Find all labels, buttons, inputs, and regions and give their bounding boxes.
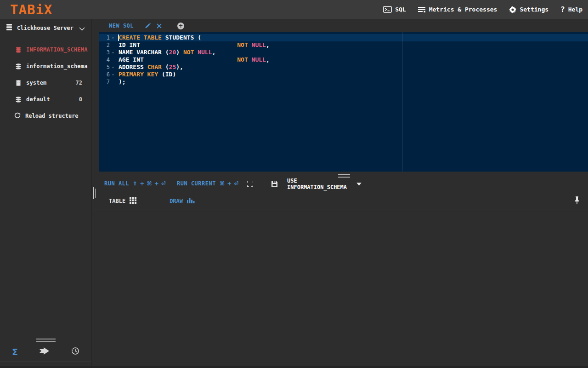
run-toolbar: RUN ALL ⇧ + ⌘ + ⏎ RUN CURRENT ⌘ + ⏎ USE …	[92, 172, 588, 193]
gear-icon	[509, 6, 516, 13]
line-number: 3	[99, 49, 110, 56]
draw-tab-label: DRAW	[170, 198, 183, 204]
table-tab-label: TABLE	[109, 198, 125, 204]
reload-structure-label: Reload structure	[25, 113, 79, 119]
tab-table[interactable]: TABLE	[109, 197, 136, 205]
code-line: 4 AGE INT NOT NULL,	[99, 56, 588, 63]
top-menu: SQL Metrics & Processes Settings ? Help	[383, 5, 588, 14]
code-text: ADDRESS CHAR (25),	[119, 63, 183, 71]
refresh-icon	[14, 112, 21, 120]
menu-item-help[interactable]: ? Help	[560, 5, 582, 14]
tab-new-sql[interactable]: NEW SQL	[109, 23, 134, 29]
sidebar-collapse-handle[interactable]	[93, 187, 96, 199]
results-body	[92, 209, 588, 368]
code-line: 2 ID INT NOT NULL,	[99, 41, 588, 49]
code-text: ID INT NOT NULL,	[119, 41, 270, 49]
database-name: system	[26, 80, 71, 86]
database-name: information_schema	[26, 63, 88, 69]
results-header: TABLE DRAW	[92, 193, 588, 209]
rename-tab-pencil-icon[interactable]	[145, 22, 151, 30]
fold-widget	[110, 78, 116, 86]
sidebar-resize-handle[interactable]	[36, 339, 56, 344]
use-database-value: USE INFORMATION_SCHEMA	[287, 178, 356, 190]
pin-icon[interactable]	[574, 196, 580, 206]
close-tab-icon[interactable]	[157, 22, 162, 30]
run-all-button[interactable]: RUN ALL ⇧ + ⌘ + ⏎	[104, 180, 166, 187]
code-line: 3 ▾ NAME VARCHAR (20) NOT NULL,	[99, 49, 588, 56]
server-selector[interactable]: Clickhouse Server	[0, 19, 91, 37]
server-icon	[6, 24, 12, 33]
bottom-edge-strip	[0, 366, 588, 368]
line-number: 4	[99, 56, 110, 63]
metrics-icon	[418, 6, 426, 12]
database-item-information-schema-lower[interactable]: information_schema 4	[0, 58, 91, 75]
line-number: 7	[99, 78, 110, 86]
database-item-information-schema-upper[interactable]: INFORMATION_SCHEMA 4	[0, 41, 91, 58]
run-all-label: RUN ALL	[104, 180, 129, 187]
fold-widget[interactable]: ▾	[110, 49, 116, 56]
code-line: 7 );	[99, 78, 588, 86]
reload-structure-button[interactable]: Reload structure	[0, 108, 91, 124]
top-bar: TABiX SQL Metrics & Processes Settings	[0, 0, 588, 19]
run-all-shortcut: ⇧ + ⌘ + ⏎	[133, 180, 166, 187]
code-line: 6 ▾ PRIMARY KEY (ID)	[99, 71, 588, 78]
sigma-icon[interactable]: Σ	[12, 347, 18, 357]
menu-item-sql[interactable]: SQL	[383, 6, 406, 13]
code-text: CREATE TABLE STUDENTS (	[119, 34, 201, 41]
code-line: 5 ▾ ADDRESS CHAR (25),	[99, 63, 588, 71]
bar-chart-icon	[187, 197, 195, 205]
menu-label-settings: Settings	[520, 6, 548, 13]
caret-down-icon	[356, 181, 362, 187]
fullscreen-expand-icon[interactable]	[247, 180, 253, 189]
sql-editor[interactable]: 1 ▾ CREATE TABLE STUDENTS ( 2 ID INT NOT…	[99, 32, 588, 172]
sql-editor-wrap: 1 ▾ CREATE TABLE STUDENTS ( 2 ID INT NOT…	[92, 32, 588, 172]
fold-widget	[110, 56, 116, 63]
sidebar-footer-divider	[0, 362, 91, 362]
editor-tab-bar: NEW SQL +	[92, 19, 588, 32]
database-name: INFORMATION_SCHEMA	[26, 46, 88, 53]
main-panel: NEW SQL + 1 ▾ CREATE T	[92, 19, 588, 368]
table-grid-icon	[130, 197, 136, 205]
line-number: 5	[99, 63, 110, 71]
menu-item-settings[interactable]: Settings	[509, 6, 548, 13]
server-label: Clickhouse Server	[17, 25, 74, 31]
run-current-shortcut: ⌘ + ⏎	[220, 180, 239, 187]
fold-widget	[110, 41, 116, 49]
tabix-app: TABiX SQL Metrics & Processes Settings	[0, 0, 588, 368]
fold-widget[interactable]: ▾	[110, 63, 116, 71]
line-number: 6	[99, 71, 110, 78]
menu-label-sql: SQL	[395, 6, 406, 13]
code-text: AGE INT NOT NULL,	[119, 56, 270, 63]
help-icon: ?	[560, 5, 565, 14]
chevron-down-icon[interactable]	[79, 24, 85, 33]
history-icon[interactable]	[71, 347, 79, 357]
run-current-button[interactable]: RUN CURRENT ⌘ + ⏎	[177, 180, 239, 187]
add-tab-button[interactable]: +	[177, 23, 184, 29]
database-item-default[interactable]: default 0	[0, 91, 91, 108]
sidebar-footer: Σ	[0, 346, 91, 358]
menu-label-help: Help	[568, 6, 582, 13]
code-text: NAME VARCHAR (20) NOT NULL,	[119, 49, 215, 56]
goto-arrow-icon[interactable]	[40, 347, 50, 356]
run-current-label: RUN CURRENT	[177, 180, 216, 187]
sql-terminal-icon	[383, 6, 392, 13]
database-table-count: 0	[79, 96, 82, 103]
line-number: 1	[99, 34, 110, 41]
database-item-system[interactable]: system 72	[0, 75, 91, 91]
code-line: 1 ▾ CREATE TABLE STUDENTS (	[99, 34, 588, 41]
code-text: );	[119, 78, 126, 86]
sidebar: Clickhouse Server INFORMATION_SCHEMA 4 i…	[0, 19, 92, 368]
menu-item-metrics[interactable]: Metrics & Processes	[418, 6, 498, 13]
save-icon[interactable]	[271, 180, 277, 189]
tabix-logo: TABiX	[0, 0, 52, 19]
menu-label-metrics: Metrics & Processes	[429, 6, 498, 13]
database-name: default	[26, 96, 74, 103]
code-text: PRIMARY KEY (ID)	[119, 71, 176, 78]
database-table-count: 72	[76, 80, 82, 86]
fold-widget[interactable]: ▾	[110, 71, 116, 78]
use-database-dropdown[interactable]: USE INFORMATION_SCHEMA	[287, 178, 365, 195]
database-list: INFORMATION_SCHEMA 4 information_schema …	[0, 37, 91, 124]
fold-widget[interactable]: ▾	[110, 34, 116, 41]
line-number: 2	[99, 41, 110, 49]
tab-draw[interactable]: DRAW	[170, 197, 195, 205]
